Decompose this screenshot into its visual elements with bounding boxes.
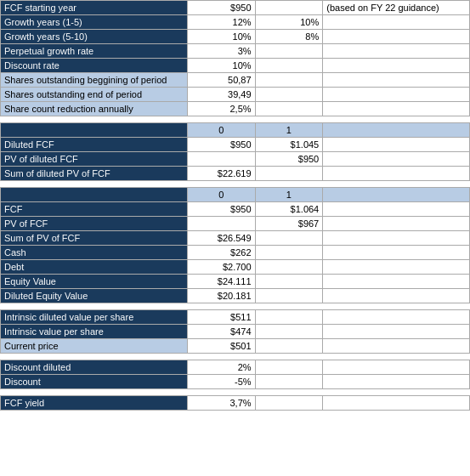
label-perpetual-growth: Perpetual growth rate (1, 44, 188, 59)
val-sum-diluted-pv: $22.619 (187, 167, 255, 181)
row-diluted-fcf: Diluted FCF $950 $1.045 (1, 138, 470, 152)
val2-intrinsic-diluted (255, 310, 323, 325)
val-discount-rate: 10% (187, 59, 255, 73)
val-growth-1-5: 12% (187, 15, 255, 30)
extra-fcf (323, 202, 470, 217)
note-fcf-starting-year: (based on FY 22 guidance) (323, 1, 470, 15)
extra-diluted-fcf (323, 138, 470, 152)
label-discount: Discount (1, 375, 188, 389)
extra-sum-pv-fcf (323, 231, 470, 246)
val-shares-beginning: 50,87 (187, 73, 255, 88)
val2-discount (255, 375, 323, 389)
val-fcf-1: $1.064 (255, 202, 323, 217)
val-debt: $2.700 (187, 260, 255, 275)
label-fcf-starting-year: FCF starting year (1, 1, 188, 15)
extra-discount (323, 375, 470, 389)
val2-growth-5-10: 8% (255, 30, 323, 44)
val2-intrinsic-value (255, 325, 323, 339)
row-share-count-reduction: Share count reduction annually 2,5% (1, 102, 470, 116)
header3-col1: 1 (255, 188, 323, 202)
extra-current-price (323, 339, 470, 354)
label-fcf-yield: FCF yield (1, 396, 188, 411)
label-diluted-fcf: Diluted FCF (1, 138, 188, 152)
row-discount-diluted: Discount diluted 2% (1, 360, 470, 375)
val-pv-diluted-fcf-1: $950 (255, 152, 323, 167)
separator-4 (1, 354, 470, 360)
label-share-count-reduction: Share count reduction annually (1, 102, 188, 116)
val2-discount-rate (255, 59, 323, 73)
val-fcf-starting-year: $950 (187, 1, 255, 15)
row-pv-diluted-fcf: PV of diluted FCF $950 (1, 152, 470, 167)
val2-fcf-yield (255, 396, 323, 411)
val2-discount-diluted (255, 360, 323, 375)
label-growth-5-10: Growth years (5-10) (1, 30, 188, 44)
row-intrinsic-diluted: Intrinsic diluted value per share $511 (1, 310, 470, 325)
label-current-price: Current price (1, 339, 188, 354)
header3-col0: 0 (187, 188, 255, 202)
val2-equity-value (255, 275, 323, 289)
val-growth-5-10: 10% (187, 30, 255, 44)
label-shares-end: Shares outstanding end of period (1, 88, 188, 102)
val2-perpetual-growth (255, 44, 323, 59)
val-fcf-yield: 3,7% (187, 396, 255, 411)
val-diluted-fcf-1: $1.045 (255, 138, 323, 152)
header2-extra (323, 123, 470, 138)
label-intrinsic-value: Intrinsic value per share (1, 325, 188, 339)
extra-shares-beginning (323, 73, 470, 88)
val2-shares-beginning (255, 73, 323, 88)
label-discount-rate: Discount rate (1, 59, 188, 73)
val-pv-fcf-0 (187, 217, 255, 231)
val-discount-diluted: 2% (187, 360, 255, 375)
row-perpetual-growth: Perpetual growth rate 3% (1, 44, 470, 59)
val-diluted-fcf-0: $950 (187, 138, 255, 152)
header3-extra (323, 188, 470, 202)
row-fcf-starting-year: FCF starting year $950 (based on FY 22 g… (1, 1, 470, 15)
label-discount-diluted: Discount diluted (1, 360, 188, 375)
extra-perpetual-growth (323, 44, 470, 59)
row-growth-5-10: Growth years (5-10) 10% 8% (1, 30, 470, 44)
extra-sum-diluted-pv (323, 167, 470, 181)
val2-share-count-reduction (255, 102, 323, 116)
separator-3 (1, 303, 470, 310)
extra-pv-fcf (323, 217, 470, 231)
label-growth-1-5: Growth years (1-5) (1, 15, 188, 30)
val-intrinsic-diluted: $511 (187, 310, 255, 325)
separator-2 (1, 181, 470, 188)
label-cash: Cash (1, 246, 188, 260)
extra-equity-value (323, 275, 470, 289)
extra-diluted-equity-value (323, 289, 470, 303)
row-current-price: Current price $501 (1, 339, 470, 354)
val2-cash (255, 246, 323, 260)
section3-header-row: 0 1 (1, 188, 470, 202)
label-shares-beginning: Shares outstanding beggining of period (1, 73, 188, 88)
separator-5 (1, 389, 470, 396)
val-sum-pv-fcf: $26.549 (187, 231, 255, 246)
row-shares-beginning: Shares outstanding beggining of period 5… (1, 73, 470, 88)
extra-growth-1-5 (323, 15, 470, 30)
row-fcf: FCF $950 $1.064 (1, 202, 470, 217)
row-diluted-equity-value: Diluted Equity Value $20.181 (1, 289, 470, 303)
dcf-table: FCF starting year $950 (based on FY 22 g… (0, 0, 470, 411)
val2-shares-end (255, 88, 323, 102)
header2-col1: 1 (255, 123, 323, 138)
row-growth-1-5: Growth years (1-5) 12% 10% (1, 15, 470, 30)
val-intrinsic-value: $474 (187, 325, 255, 339)
val2-diluted-equity-value (255, 289, 323, 303)
extra-intrinsic-diluted (323, 310, 470, 325)
val2-sum-diluted-pv (255, 167, 323, 181)
row-debt: Debt $2.700 (1, 260, 470, 275)
extra-shares-end (323, 88, 470, 102)
header2-col0: 0 (187, 123, 255, 138)
row-shares-end: Shares outstanding end of period 39,49 (1, 88, 470, 102)
extra-cash (323, 246, 470, 260)
val-pv-fcf-1: $967 (255, 217, 323, 231)
label-equity-value: Equity Value (1, 275, 188, 289)
val-shares-end: 39,49 (187, 88, 255, 102)
val-cash: $262 (187, 246, 255, 260)
row-cash: Cash $262 (1, 246, 470, 260)
row-intrinsic-value: Intrinsic value per share $474 (1, 325, 470, 339)
label-debt: Debt (1, 260, 188, 275)
extra-discount-diluted (323, 360, 470, 375)
label-diluted-equity-value: Diluted Equity Value (1, 289, 188, 303)
header2-label (1, 123, 188, 138)
